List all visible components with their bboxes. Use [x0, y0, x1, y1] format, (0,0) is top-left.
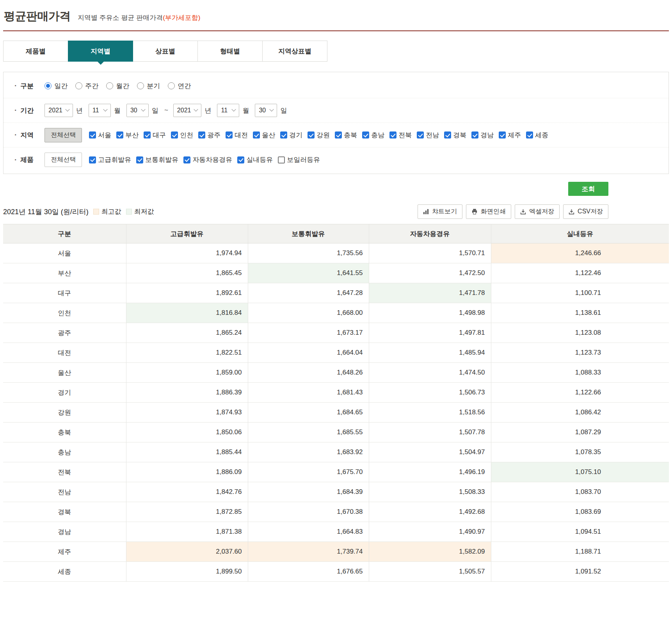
checkbox-icon — [362, 131, 369, 138]
chevron-down-icon — [232, 107, 236, 112]
checkbox-label: 강원 — [316, 131, 330, 140]
legend-max-label: 최고값 — [101, 207, 121, 216]
end-day-value: 30 — [259, 107, 266, 114]
period-type-radio-yearly[interactable]: 연간 — [168, 82, 191, 91]
print-label: 화면인쇄 — [481, 208, 506, 216]
period-type-radio-monthly[interactable]: 월간 — [106, 82, 129, 91]
price-cell: 1,842.76 — [126, 482, 248, 502]
price-cell: 1,497.81 — [369, 323, 491, 343]
table-row: 경기1,886.391,681.431,506.731,122.66 — [3, 383, 669, 403]
checkbox-label: 경기 — [289, 131, 302, 140]
region-checkbox-daejeon[interactable]: 대전 — [226, 131, 248, 140]
product-checkbox-auto-diesel[interactable]: 자동차용경유 — [183, 155, 232, 164]
table-row: 광주1,865.241,673.171,497.811,123.08 — [3, 323, 669, 343]
price-cell: 1,673.17 — [248, 323, 369, 343]
end-day-select[interactable]: 30 — [255, 104, 277, 117]
region-checkbox-ulsan[interactable]: 울산 — [253, 131, 275, 140]
start-month-select[interactable]: 11 — [89, 104, 111, 117]
start-year-select[interactable]: 2021 — [44, 104, 73, 117]
product-checkbox-gasoline[interactable]: 보통휘발유 — [136, 155, 178, 164]
radio-icon — [137, 82, 144, 89]
end-month-select[interactable]: 11 — [217, 104, 239, 117]
price-cell: 1,886.09 — [126, 462, 248, 482]
end-year-value: 2021 — [177, 107, 191, 114]
region-checkbox-sejong[interactable]: 세종 — [526, 131, 548, 140]
region-checkbox-seoul[interactable]: 서울 — [89, 131, 111, 140]
product-checkbox-boiler-kerosene[interactable]: 보일러등유 — [278, 155, 320, 164]
tab-brand[interactable]: 상표별 — [133, 41, 198, 62]
price-cell: 1,892.61 — [126, 283, 248, 303]
checkbox-label: 부산 — [125, 131, 139, 140]
checkbox-label: 인천 — [180, 131, 193, 140]
period-type-radio-weekly[interactable]: 주간 — [75, 82, 98, 91]
checkbox-icon — [471, 131, 478, 138]
price-cell: 1,647.28 — [248, 283, 369, 303]
start-month-value: 11 — [92, 107, 99, 114]
tab-product[interactable]: 제품별 — [3, 41, 68, 62]
product-checkbox-indoor-kerosene[interactable]: 실내등유 — [237, 155, 273, 164]
start-day-value: 30 — [130, 107, 137, 114]
region-checkbox-daegu[interactable]: 대구 — [144, 131, 166, 140]
year-unit-label: 년 — [204, 106, 211, 115]
print-button[interactable]: 화면인쇄 — [466, 204, 511, 219]
radio-label: 분기 — [147, 82, 160, 91]
region-checkbox-chungbuk[interactable]: 충북 — [335, 131, 357, 140]
region-cell: 제주 — [3, 542, 126, 562]
csv-save-button[interactable]: CSV저장 — [563, 204, 608, 219]
price-cell: 1,490.97 — [369, 522, 491, 542]
region-checkbox-chungnam[interactable]: 충남 — [362, 131, 384, 140]
product-select-all-button[interactable]: 전체선택 — [44, 153, 82, 167]
search-button[interactable]: 조회 — [568, 182, 608, 196]
region-checkbox-gangwon[interactable]: 강원 — [308, 131, 330, 140]
product-check-group: 고급휘발유보통휘발유자동차용경유실내등유보일러등유 — [89, 155, 320, 164]
price-cell: 1,683.92 — [248, 442, 369, 462]
column-header-0: 구분 — [3, 224, 126, 243]
price-cell: 1,123.73 — [491, 343, 669, 363]
page: 평균판매가격 지역별 주유소 평균 판매가격(부가세포함) 제품별지역별상표별형… — [0, 0, 672, 605]
filter-row-region: 지역 전체선택 서울부산대구인천광주대전울산경기강원충북충남전북전남경북경남제주… — [4, 123, 668, 147]
tab-region[interactable]: 지역별 — [68, 41, 133, 62]
price-cell: 1,739.74 — [248, 542, 369, 562]
table-caption: 2021년 11월 30일 (원/리터) 최고값 최저값 — [3, 207, 154, 217]
region-checkbox-gyeongnam[interactable]: 경남 — [471, 131, 494, 140]
end-year-select[interactable]: 2021 — [173, 104, 202, 117]
region-select-all-button[interactable]: 전체선택 — [44, 128, 82, 142]
region-checkbox-gyeongbuk[interactable]: 경북 — [444, 131, 466, 140]
subtitle-vat-note: (부가세포함) — [163, 14, 200, 21]
year-unit-label: 년 — [76, 106, 83, 115]
checkbox-icon — [237, 156, 244, 163]
tab-region-brand[interactable]: 지역상표별 — [262, 41, 327, 62]
radio-label: 연간 — [178, 82, 191, 91]
region-checkbox-gwangju[interactable]: 광주 — [198, 131, 220, 140]
region-checkbox-jeonnam[interactable]: 전남 — [417, 131, 439, 140]
price-cell: 1,681.43 — [248, 383, 369, 403]
view-chart-label: 챠트보기 — [432, 208, 457, 216]
checkbox-icon — [183, 156, 190, 163]
region-checkbox-gyeonggi[interactable]: 경기 — [280, 131, 302, 140]
period-type-radio-group: 일간주간월간분기연간 — [44, 82, 191, 91]
checkbox-label: 경남 — [480, 131, 494, 140]
price-cell: 1,138.61 — [491, 303, 669, 323]
region-checkbox-incheon[interactable]: 인천 — [171, 131, 193, 140]
period-type-radio-daily[interactable]: 일간 — [44, 82, 68, 91]
checkbox-icon — [116, 131, 123, 138]
view-chart-button[interactable]: 챠트보기 — [418, 204, 462, 219]
table-row: 울산1,859.001,648.261,474.501,088.33 — [3, 363, 669, 383]
checkbox-icon — [526, 131, 533, 138]
region-checkbox-jeonbuk[interactable]: 전북 — [389, 131, 412, 140]
price-cell: 1,122.46 — [491, 263, 669, 283]
csv-save-label: CSV저장 — [578, 208, 603, 216]
legend-min-label: 최저값 — [134, 207, 154, 216]
region-checkbox-busan[interactable]: 부산 — [116, 131, 139, 140]
period-type-radio-quarterly[interactable]: 분기 — [137, 82, 160, 91]
region-checkbox-jeju[interactable]: 제주 — [499, 131, 521, 140]
start-day-select[interactable]: 30 — [126, 104, 149, 117]
tab-type[interactable]: 형태별 — [197, 41, 263, 62]
checkbox-icon — [444, 131, 451, 138]
product-checkbox-premium-gasoline[interactable]: 고급휘발유 — [89, 155, 131, 164]
checkbox-label: 충북 — [344, 131, 357, 140]
price-cell: 1,816.84 — [126, 303, 248, 323]
chart-icon — [423, 209, 429, 215]
table-toolbar: 챠트보기 화면인쇄 엑셀저장 CSV저장 — [418, 204, 608, 219]
excel-save-button[interactable]: 엑셀저장 — [515, 204, 560, 219]
